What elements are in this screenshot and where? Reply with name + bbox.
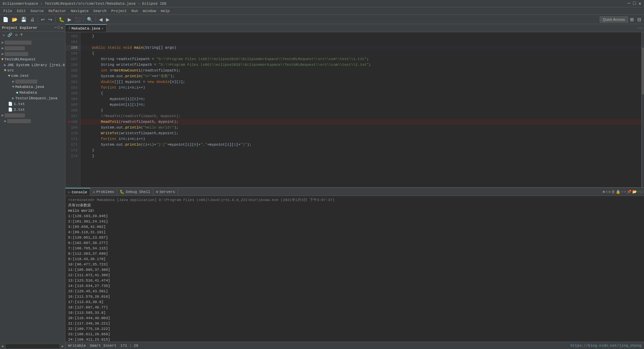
console-data-3: 3:[85.658,42.002] [68, 224, 641, 230]
code-editor: 153 154 155 156 157 158 159 160 161 162 … [65, 32, 644, 187]
console-data-21: 21:[117.349,39.221] [68, 321, 641, 326]
title-bar: EclipseWorkspace - TestURLRequest/src/co… [0, 0, 644, 7]
tree-item-blurred5[interactable]: ▶ ███████ [0, 118, 65, 124]
console-terminate-btn[interactable]: ■ [603, 190, 605, 194]
ln-171: 171 [65, 136, 80, 142]
tree-menu-btn[interactable]: ▼ [19, 32, 23, 38]
toolbar-new-btn[interactable]: 📄 [1, 16, 10, 23]
tab-problems[interactable]: ⚠ Problems [90, 188, 117, 196]
panel-maximize-btn[interactable]: □ [58, 26, 60, 30]
scroll-left-btn[interactable]: ◀ [0, 344, 5, 349]
tree-item-blurred3[interactable]: ▶ ███████ [0, 51, 65, 57]
console-word-wrap-btn[interactable]: ⏎ [621, 190, 624, 194]
panel-controls[interactable]: ─ □ ✕ [54, 26, 63, 30]
toolbar-nav-back-btn[interactable]: ◀ [98, 16, 104, 23]
tree-link-btn[interactable]: 🔗 [6, 32, 13, 38]
menu-file[interactable]: File [1, 8, 14, 14]
toolbar-undo-btn[interactable]: ↩ [40, 16, 46, 23]
tab-close-btn[interactable]: ✕ [102, 27, 104, 31]
console-open-file-btn[interactable]: 📂 [632, 190, 637, 194]
code-line-165: mypoint[i][1]=0; [80, 102, 641, 108]
toolbar-perspective-btn[interactable]: ⊞ [629, 16, 635, 23]
console-new-btn[interactable]: + [624, 190, 626, 194]
toolbar-debug-btn[interactable]: 🐛 [57, 16, 66, 23]
editor-scrollbar[interactable] [641, 32, 644, 187]
menu-run[interactable]: Run [129, 8, 140, 14]
menu-project[interactable]: Project [109, 8, 129, 14]
ln-167: 167 [65, 113, 80, 119]
horizontal-scrollbar[interactable] [6, 344, 59, 348]
toolbar-open-perspective-btn[interactable]: ⊟ [636, 16, 643, 23]
panel-minimize-btn[interactable]: ─ [54, 26, 57, 30]
panel-close-btn[interactable]: ✕ [61, 26, 63, 30]
toolbar-redo-btn[interactable]: ↪ [47, 16, 54, 23]
scrollbar-thumb[interactable] [642, 48, 644, 94]
tab-servers[interactable]: ⚙ Servers [153, 188, 178, 196]
tree-settings-btn[interactable]: ⚙ [14, 32, 18, 38]
tree-item-jre[interactable]: ▶ JRE System Library [jre1.8.0_221 [0, 62, 65, 68]
tab-maximize-btn[interactable]: □ [640, 26, 643, 30]
folder-icon-blurred2: ▶ [1, 46, 4, 50]
tree-item-project[interactable]: ▼ TestURLRequest [0, 57, 65, 62]
tab-debug-shell[interactable]: 🐛 Debug Shell [117, 188, 153, 196]
console-pin-btn[interactable]: 📌 [627, 190, 632, 194]
console-remove-all-btn[interactable]: ⊗ [608, 190, 611, 194]
tree-collapse-btn[interactable]: ⇲ [1, 32, 6, 38]
tree-item-blurred1[interactable]: ▶ ████████ [0, 40, 65, 45]
bottom-panel-minimize-btn[interactable]: ─ [638, 190, 640, 194]
tree-item-src[interactable]: ▼ src [0, 68, 65, 73]
console-output[interactable]: <terminated> MakaData [Java Application]… [65, 196, 644, 342]
menu-refactor[interactable]: Refactor [46, 8, 68, 14]
menu-search[interactable]: Search [91, 8, 109, 14]
package-label: com.test [11, 74, 29, 78]
tree-item-blurred4[interactable]: ▶ ██████ [0, 112, 65, 118]
toolbar-sep-4 [96, 16, 96, 22]
code-line-159: int n=GetRowCount1(readtxtfilepath); [80, 68, 641, 73]
toolbar-save-btn[interactable]: 💾 [19, 16, 28, 23]
status-position: 171 : 29 [120, 344, 138, 348]
tree-item-makadata-class[interactable]: ◆ MakaData [0, 90, 65, 95]
project-tree[interactable]: ▶ ████████ ▶ ██████ ▶ ███████ ▼ TestURLR… [0, 39, 65, 343]
minimize-button[interactable]: ─ [628, 1, 630, 6]
scroll-right-btn[interactable]: ▶ [60, 344, 65, 349]
tab-makadata[interactable]: J MakaData.java ✕ [65, 24, 107, 32]
quick-access-button[interactable]: Quick Access [600, 16, 628, 22]
toolbar-run-btn[interactable]: ▶ [66, 16, 73, 23]
menu-source[interactable]: Source [29, 8, 46, 14]
toolbar-search-btn[interactable]: 🔍 [86, 16, 94, 23]
menu-window[interactable]: Window [141, 8, 158, 14]
ln-174: 174 [65, 153, 80, 159]
close-button[interactable]: ✕ [639, 1, 641, 6]
tree-item-blurred-inside[interactable]: ▶ ██████ [0, 79, 65, 84]
tree-item-testurlrequest-java[interactable]: ▶ TesturlRequest.java [0, 95, 65, 101]
toolbar-stop-btn[interactable]: ⬛ [73, 16, 82, 23]
console-clear-btn[interactable]: 🗑 [611, 190, 615, 194]
debug-shell-icon: 🐛 [120, 190, 124, 194]
tree-item-package[interactable]: ▼ com.test [0, 73, 65, 79]
console-scroll-lock-btn[interactable]: 🔒 [616, 190, 621, 194]
code-content[interactable]: } public static void main(String[] args)… [80, 32, 641, 187]
console-line-count: 共有32条数据 [68, 203, 641, 208]
left-panel-scrollbar[interactable]: ◀ ▶ [0, 343, 65, 349]
tree-item-blurred2[interactable]: ▶ ██████ [0, 45, 65, 51]
ln-156: 156 [65, 51, 80, 56]
console-remove-btn[interactable]: ✕ [605, 190, 608, 194]
tree-item-makadata-java[interactable]: ▼ MakaData.java [0, 84, 65, 90]
package-icon: ▼ [8, 74, 10, 78]
tree-item-1txt[interactable]: 📄 1.txt [0, 101, 65, 107]
maximize-button[interactable]: □ [633, 1, 636, 6]
toolbar-open-btn[interactable]: 📂 [10, 16, 19, 23]
bottom-panel-maximize-btn[interactable]: □ [640, 190, 643, 194]
tab-minimize-btn[interactable]: ─ [638, 26, 640, 30]
toolbar-nav-fwd-btn[interactable]: ▶ [105, 16, 111, 23]
menu-navigate[interactable]: Navigate [69, 8, 91, 14]
tree-item-2txt[interactable]: 📄 2.txt [0, 107, 65, 112]
status-link[interactable]: https://blog.csdn.net/jing_zhong [571, 344, 641, 348]
tree-toolbar: ⇲ 🔗 ⚙ ▼ [0, 32, 65, 39]
window-controls[interactable]: ─ □ ✕ [628, 1, 641, 6]
tab-console[interactable]: ▷ Console [65, 188, 90, 196]
menu-edit[interactable]: Edit [15, 8, 28, 14]
toolbar-print-btn[interactable]: 🖨 [29, 16, 36, 23]
menu-help[interactable]: Help [159, 8, 171, 14]
ln-172: 172 [65, 142, 80, 148]
